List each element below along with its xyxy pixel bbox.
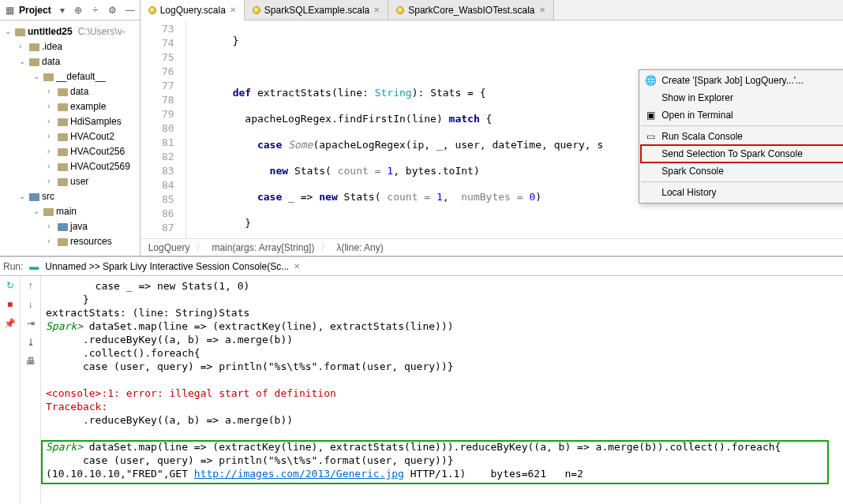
tree-item[interactable]: ⌄__default__ [0,69,140,84]
breadcrumb-item[interactable]: LogQuery [148,242,190,253]
chevron-down-icon[interactable]: ⌄ [19,192,27,200]
line-number: 76 [140,65,174,79]
editor-tab[interactable]: SparkSQLExample.scala✕ [245,0,388,20]
print-icon[interactable]: 🖶 [24,355,37,368]
menu-item[interactable]: 🌐Create '[Spark Job] LogQuery...'... [641,72,843,89]
down-icon[interactable]: ↓ [24,298,37,311]
tree-item[interactable]: ›java [0,218,140,233]
menu-label: Local History [661,187,716,198]
tree-item[interactable]: ›user [0,174,140,189]
menu-label: Show in Explorer [661,92,733,103]
folder-icon [58,118,68,126]
tree-project-root[interactable]: ⌄ untitled25 C:\Users\v- [0,24,140,39]
sidebar-title[interactable]: Project [19,5,51,16]
tree-item[interactable]: ›data [0,84,140,99]
chevron-right-icon[interactable]: › [47,147,55,155]
tree-item[interactable]: ›HdiSamples [0,114,140,129]
collapse-icon[interactable]: ⊕ [72,4,84,17]
dropdown-icon[interactable]: ▾ [56,4,69,17]
chevron-right-icon[interactable]: › [47,117,55,125]
editor-gutter: 73747576777879808182838485868788 [140,21,186,238]
chevron-down-icon[interactable]: ⌄ [19,57,27,65]
hide-icon[interactable]: — [124,4,137,17]
tab-label: SparkSQLExample.scala [264,5,369,16]
locate-icon[interactable]: ÷ [89,4,102,17]
tree-item[interactable]: ⌄data [0,54,140,69]
tree-label: HdiSamples [70,116,122,127]
tree-item[interactable]: ›.idea [0,39,140,54]
scroll-icon[interactable]: ⤓ [24,336,37,349]
chevron-right-icon[interactable]: › [19,42,27,50]
chevron-right-icon[interactable]: › [47,102,55,110]
tree-item[interactable]: ›HVACout2 [0,129,140,144]
rerun-icon[interactable]: ↻ [4,279,17,292]
chevron-right-icon[interactable]: › [47,177,55,185]
folder-icon [43,73,54,81]
breadcrumb-item[interactable]: main(args: Array[String]) [212,242,314,253]
folder-icon [58,88,68,96]
gear-icon[interactable]: ⚙ [107,4,119,17]
chevron-right-icon[interactable]: › [47,162,55,170]
breadcrumb[interactable]: LogQuery〉 main(args: Array[String])〉 λ(l… [140,238,843,256]
tree-label: __default__ [56,71,106,82]
run-toolbar-right: ↑ ↓ ⇥ ⤓ 🖶 [21,276,41,504]
line-number: 77 [140,79,174,93]
chevron-down-icon[interactable]: ⌄ [33,72,41,80]
line-number: 79 [140,107,174,121]
editor-tab[interactable]: SparkCore_WasbIOTest.scala✕ [388,0,553,20]
project-tree[interactable]: ⌄ untitled25 C:\Users\v- ›.idea⌄data⌄__d… [0,21,140,256]
tree-label: java [70,221,88,232]
pin-icon[interactable]: 📌 [4,317,17,330]
terminal-icon: ▣ [644,109,657,121]
tree-label: HVACout256 [70,146,125,157]
menu-item[interactable]: ▣Open in Terminal [641,106,843,124]
wrap-icon[interactable]: ⇥ [24,317,37,330]
tree-item[interactable]: ›resources [0,233,140,248]
tree-item[interactable]: ⌄src [0,189,140,203]
tree-label: example [70,101,106,112]
breadcrumb-item[interactable]: λ(line: Any) [336,242,383,253]
menu-item[interactable]: Local History▸ [641,184,843,201]
editor-tab[interactable]: LogQuery.scala✕ [140,0,245,21]
tree-item[interactable]: ›example [0,99,140,114]
run-console[interactable]: case _ => new Stats(1, 0) } extractStats… [41,276,843,504]
stop-icon[interactable]: ■ [4,298,17,311]
context-menu: 🌐Create '[Spark Job] LogQuery...'...Show… [639,69,843,203]
chevron-down-icon[interactable]: ⌄ [5,27,13,35]
scala-file-icon [253,6,260,14]
tab-label: LogQuery.scala [160,5,226,16]
menu-item[interactable]: ▭Run Scala ConsoleCtrl+Shift+D [641,128,843,145]
chevron-right-icon[interactable]: › [47,87,55,95]
tree-label: HVACout2 [70,131,114,142]
close-icon[interactable]: ✕ [294,262,300,271]
up-icon[interactable]: ↑ [24,279,37,292]
tree-item[interactable]: ›HVACout2569 [0,159,140,174]
line-number: 74 [140,36,174,50]
chevron-down-icon[interactable]: ⌄ [33,207,41,215]
menu-label: Run Scala Console [661,131,743,142]
close-icon[interactable]: ✕ [373,6,380,14]
menu-item[interactable]: Show in Explorer [641,89,843,106]
close-icon[interactable]: ✕ [539,6,545,14]
chevron-right-icon[interactable]: › [47,222,55,230]
globe-icon: 🌐 [644,74,657,87]
folder-icon [58,238,68,246]
close-icon[interactable]: ✕ [230,6,236,14]
tree-label: untitled25 [28,26,73,37]
tree-label: main [56,206,77,217]
chevron-right-icon[interactable]: › [47,132,55,140]
tree-item[interactable]: ⌄main [0,203,140,218]
tab-label: SparkCore_WasbIOTest.scala [408,5,534,16]
line-number: 81 [140,136,174,150]
menu-item[interactable]: Send Selection To Spark ConsoleCtrl+Shif… [641,145,843,162]
run-label: Run: [3,261,23,272]
run-toolbar-left: ↻ ■ 📌 [0,276,21,504]
menu-item[interactable]: Spark Console▸ [641,162,843,180]
folder-icon [43,208,54,216]
chevron-right-icon[interactable]: › [47,237,55,245]
line-number: 85 [140,192,174,207]
tree-item[interactable]: ›HVACout256 [0,144,140,159]
highlight-box [41,440,829,484]
run-title[interactable]: Unnamed >> Spark Livy Interactive Sessio… [45,261,289,272]
folder-icon [58,223,68,231]
